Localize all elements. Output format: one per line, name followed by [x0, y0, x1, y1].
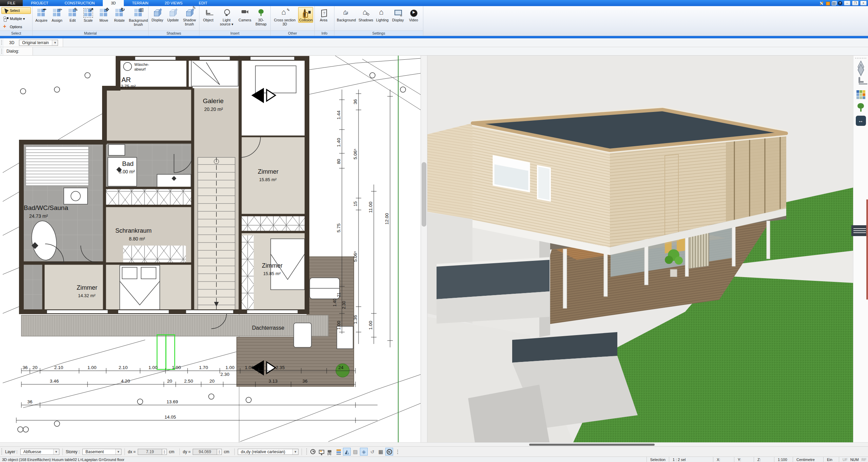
sidebar-grip[interactable]	[855, 56, 867, 60]
svg-text:Dachterrasse: Dachterrasse	[252, 325, 284, 331]
terrain-select[interactable]: Original terrain ▼	[19, 40, 58, 46]
material-acquire-icon	[37, 9, 45, 17]
diamond-icon[interactable]: ◈	[360, 448, 368, 456]
multiple-select-icon	[3, 16, 8, 21]
render-monitor-icon[interactable]	[317, 448, 325, 456]
layer-select[interactable]: Abfluesse ▼	[20, 449, 59, 455]
grid-icon[interactable]: ▦	[377, 448, 385, 456]
chevron-down-icon[interactable]: ▼	[292, 449, 298, 455]
panel-handle[interactable]	[851, 225, 868, 236]
dx-input[interactable]: 7.19	[138, 449, 162, 455]
tab-construction[interactable]: CONSTRUCTION	[57, 0, 103, 6]
dialog-grip[interactable]	[1, 49, 2, 54]
svg-text:1.00: 1.00	[88, 365, 96, 370]
unit-indicator[interactable]: Centimetre	[793, 457, 823, 462]
background-brush-icon	[134, 9, 142, 17]
storey-select[interactable]: Basement ▼	[82, 449, 121, 455]
cross-section-button[interactable]: Cross section 3D	[272, 7, 297, 27]
shadow-display-button[interactable]: Display	[150, 7, 165, 23]
north-pointer-icon[interactable]: ◭	[343, 448, 351, 456]
time-icon[interactable]	[309, 448, 317, 456]
background-brush-button[interactable]: Background brush	[128, 7, 149, 27]
camera-icon[interactable]	[326, 448, 334, 456]
lighting-settings-button[interactable]: Lighting	[375, 7, 390, 23]
shadow-brush-button[interactable]: Shadow brush	[181, 7, 198, 27]
select-button[interactable]: Select	[1, 7, 31, 14]
horizontal-scrollbar-thumb[interactable]	[529, 444, 655, 446]
plan-vertical-scrollbar[interactable]	[421, 56, 427, 442]
remote-support-icon[interactable]: ↔	[856, 116, 866, 126]
video-play-icon	[409, 8, 418, 17]
dy-input[interactable]: 94.069	[193, 449, 217, 455]
svg-text:8.80 m²: 8.80 m²	[129, 236, 145, 242]
north-circle-icon[interactable]: N	[385, 448, 393, 456]
shadow-update-button[interactable]: Update	[166, 7, 180, 23]
camera-button[interactable]: Camera	[237, 7, 252, 23]
toolbar-grip[interactable]	[1, 40, 2, 46]
display-settings-button[interactable]: Display	[390, 7, 405, 23]
collapsed-panel-tab[interactable]	[866, 199, 868, 300]
dy-stepper[interactable]: ▲▼	[217, 449, 222, 455]
bitmap-button[interactable]: 3D-Bitmap	[253, 7, 269, 27]
materials-palette-icon[interactable]	[856, 89, 866, 99]
chevron-down-icon[interactable]: ▼	[115, 449, 121, 455]
chevron-down-icon[interactable]: ▼	[52, 40, 58, 45]
video-button[interactable]: Video	[406, 7, 421, 23]
bottombar-grip[interactable]	[1, 448, 2, 455]
scale-indicator[interactable]: 1:100	[774, 457, 793, 462]
chevron-down-icon[interactable]: ▼	[53, 449, 59, 455]
collision-button[interactable]: Collision	[298, 7, 313, 23]
shadows-settings-button[interactable]: Shadows	[358, 7, 374, 23]
cards-icon[interactable]	[832, 2, 836, 5]
objects-catalog-icon[interactable]	[856, 76, 866, 86]
edit-button[interactable]: Edit	[65, 7, 80, 23]
options-button[interactable]: + Options	[1, 23, 31, 30]
rotate-button[interactable]: Rotate	[112, 7, 127, 23]
ribbon: Select Multiple ▾ + Options Select Acqui…	[0, 6, 868, 36]
area-button[interactable]: Area	[316, 7, 331, 23]
tools-icon[interactable]	[819, 1, 824, 5]
help-icon[interactable]: ?	[838, 1, 842, 5]
material-assign-icon	[53, 9, 61, 17]
restore-button[interactable]: ❒	[852, 1, 859, 5]
tab-3d[interactable]: 3D	[103, 0, 124, 6]
dx-stepper[interactable]: ▲▼	[162, 449, 167, 455]
svg-text:15.85 m²: 15.85 m²	[259, 177, 277, 182]
tab-file[interactable]: FILE	[0, 0, 23, 6]
more-dots-icon[interactable]: ⋮	[394, 448, 402, 456]
freehand-icon[interactable]: ↺	[368, 448, 376, 456]
icons-grip[interactable]	[306, 448, 307, 455]
tab-terrain[interactable]: TERRAIN	[124, 0, 156, 6]
ribbon-group-material: Acquire Assign Edit Scale Move Rotate Ba…	[33, 6, 149, 36]
svg-text:24: 24	[338, 365, 344, 370]
group-label-other: Other	[271, 31, 314, 36]
tab-project[interactable]: PROJECT	[23, 0, 56, 6]
plan-scrollbar-thumb[interactable]	[422, 162, 426, 227]
view-3d-canvas[interactable]	[427, 56, 853, 442]
hatch-icon[interactable]: ▨	[351, 448, 359, 456]
scale-button[interactable]: Scale	[81, 7, 96, 23]
move-button[interactable]: Move	[96, 7, 111, 23]
horizontal-scrollbar[interactable]	[0, 442, 868, 446]
plan-2d-canvas[interactable]: Bad/WC/Sauna 24.73 m² Bad 8.00 m² Schran…	[0, 56, 421, 442]
multiple-select-button[interactable]: Multiple ▾	[1, 15, 31, 22]
view-toolbar: 3D Original terrain ▼	[0, 38, 868, 47]
minimize-button[interactable]: –	[844, 1, 850, 5]
terrain-layers-icon[interactable]	[856, 63, 866, 73]
floor-plan-drawing[interactable]: Bad/WC/Sauna 24.73 m² Bad 8.00 m² Schran…	[3, 56, 421, 442]
storey-stack-icon[interactable]	[334, 448, 342, 456]
coordinate-mode-select[interactable]: dx,dy (relative cartesian) ▼	[238, 449, 298, 455]
plants-catalog-icon[interactable]	[856, 102, 866, 113]
assign-button[interactable]: Assign	[50, 7, 64, 23]
object-button[interactable]: Object	[201, 7, 216, 23]
tab-2d-views[interactable]: 2D VIEWS	[157, 0, 191, 6]
acquire-button[interactable]: Acquire	[34, 7, 49, 23]
light-source-button[interactable]: Light source ▾	[216, 7, 237, 27]
background-settings-button[interactable]: Background	[336, 7, 357, 23]
package-icon[interactable]	[826, 2, 830, 5]
group-label-material: Material	[33, 31, 148, 36]
house-3d-render[interactable]	[427, 56, 853, 442]
close-button[interactable]: ×	[860, 1, 867, 5]
num-indicator: NUM	[850, 458, 859, 462]
selected-object-highlight[interactable]	[157, 335, 175, 369]
